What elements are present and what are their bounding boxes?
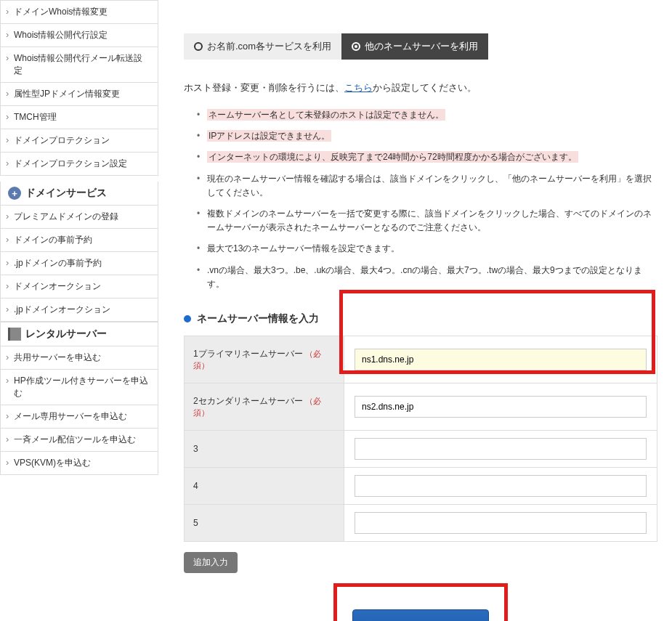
row-label: 1プライマリネームサーバー （必須） [185,336,344,383]
sidebar-item[interactable]: ドメインオークション [1,275,158,299]
bullet-icon [184,315,191,322]
row-label: 4 [185,467,344,504]
host-setting-line: ホスト登録・変更・削除を行うには、こちらから設定してください。 [184,81,657,94]
sidebar-item[interactable]: 共用サーバーを申込む [1,346,158,370]
sidebar-item[interactable]: ドメインプロテクション [1,129,158,153]
sidebar-item[interactable]: ドメインプロテクション設定 [1,153,158,175]
table-row: 4 [185,467,657,504]
note-item: 複数ドメインのネームサーバーを一括で変更する際に、該当ドメインをクリックした場合… [200,203,657,238]
sidebar-item[interactable]: 一斉メール配信ツールを申込む [1,429,158,452]
sidebar-item[interactable]: メール専用サーバーを申込む [1,405,158,429]
text: から設定してください。 [373,82,477,93]
section-title: ドメインサービス [25,187,107,200]
nameserver-tabs: お名前.com各サービスを利用 他のネームサーバーを利用 [184,33,657,60]
table-row: 2セカンダリネームサーバー （必須） [185,383,657,430]
row-cell [344,383,657,430]
note-item: .vnの場合、最大3つ。.be、.ukの場合、最大4つ。.cnの場合、最大7つ。… [200,260,657,295]
section-title-text: ネームサーバー情報を入力 [197,312,319,325]
radio-icon [194,42,203,51]
host-link[interactable]: こちら [344,82,373,93]
plus-circle-icon: + [8,187,21,200]
sidebar-item[interactable]: VPS(KVM)を申込む [1,452,158,474]
sidebar-item[interactable]: HP作成ツール付きサーバーを申込む [1,370,158,405]
tab-other-nameserver[interactable]: 他のネームサーバーを利用 [341,33,488,60]
note-item: 現在のネームサーバー情報を確認する場合は、該当ドメインをクリックし、「他のネーム… [200,169,657,203]
sidebar-section-domain-service: + ドメインサービス [0,182,158,205]
text: ホスト登録・変更・削除を行うには、 [184,82,344,93]
note-item: ネームサーバー名として未登録のホストは設定できません。 [200,105,657,126]
nameserver-input-4[interactable] [355,475,647,497]
required-label: （必須） [193,397,321,417]
table-row: 1プライマリネームサーバー （必須） [185,336,657,383]
note-item: IPアドレスは設定できません。 [200,126,657,147]
note-item: インターネットの環境により、反映完了まで24時間から72時間程度かかる場合がござ… [200,147,657,168]
sidebar-item[interactable]: Whois情報公開代行メール転送設定 [1,47,158,83]
row-cell [344,430,657,467]
server-icon [8,328,21,341]
sidebar-item[interactable]: .jpドメインの事前予約 [1,252,158,275]
required-label: （必須） [193,349,321,370]
table-row: 5 [185,504,657,541]
nameserver-input-3[interactable] [355,438,647,460]
sidebar-item[interactable]: プレミアムドメインの登録 [1,206,158,229]
confirm-button[interactable]: 確認画面へ進む [352,609,489,621]
nameserver-input-5[interactable] [355,512,647,534]
row-cell [344,336,657,383]
row-cell [344,504,657,541]
section-title-nameserver-input: ネームサーバー情報を入力 [184,312,657,325]
nameserver-input-2[interactable] [355,396,647,418]
sidebar-item[interactable]: TMCH管理 [1,106,158,129]
radio-icon [352,42,360,51]
row-label: 3 [185,430,344,467]
sidebar-item[interactable]: ドメインWhois情報変更 [1,1,158,24]
row-label: 2セカンダリネームサーバー （必須） [185,383,344,430]
row-cell [344,467,657,504]
sidebar-item[interactable]: 属性型JPドメイン情報変更 [1,83,158,106]
tab-label: お名前.com各サービスを利用 [207,40,331,53]
row-label: 5 [185,504,344,541]
table-row: 3 [185,430,657,467]
sidebar-item[interactable]: .jpドメインオークション [1,299,158,321]
sidebar-section-rental-server: レンタルサーバー [0,322,158,346]
sidebar-item[interactable]: ドメインの事前予約 [1,229,158,252]
add-input-button[interactable]: 追加入力 [184,552,238,573]
tab-onamae-services[interactable]: お名前.com各サービスを利用 [184,33,341,60]
sidebar-item[interactable]: Whois情報公開代行設定 [1,24,158,47]
nameserver-table: 1プライマリネームサーバー （必須）2セカンダリネームサーバー （必須）3 4 … [184,336,657,542]
section-title: レンタルサーバー [25,328,107,341]
note-item: 最大で13のネームサーバー情報を設定できます。 [200,238,657,259]
tab-label: 他のネームサーバーを利用 [365,40,478,53]
nameserver-input-1[interactable] [355,349,647,370]
